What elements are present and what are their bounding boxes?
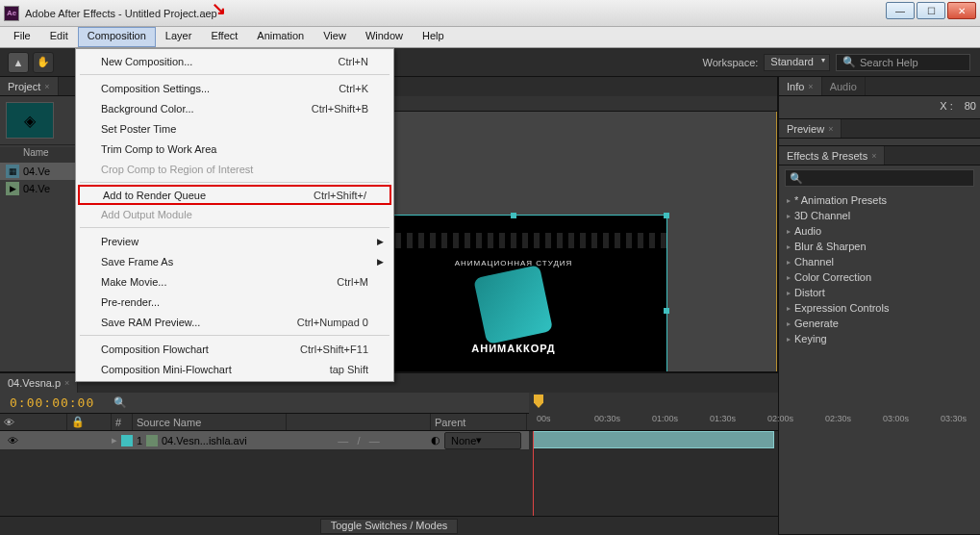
close-icon[interactable]: × bbox=[64, 378, 69, 388]
search-icon[interactable]: 🔍 bbox=[113, 396, 127, 409]
caret-icon: ▸ bbox=[787, 196, 791, 205]
menu-item-label: Save RAM Preview... bbox=[101, 317, 200, 328]
menu-item[interactable]: New Composition...Ctrl+N bbox=[78, 51, 391, 71]
effects-category-label: * Animation Presets bbox=[794, 194, 887, 206]
project-thumbnail[interactable]: ◈ bbox=[6, 102, 54, 139]
effects-category[interactable]: ▸Distort bbox=[779, 285, 980, 300]
menu-window[interactable]: Window bbox=[356, 27, 413, 47]
timeline-track-area[interactable] bbox=[529, 431, 778, 516]
layer-clip[interactable] bbox=[533, 431, 774, 448]
effects-category[interactable]: ▸* Animation Presets bbox=[779, 192, 980, 208]
eye-icon[interactable]: 👁 bbox=[4, 417, 14, 428]
menu-file[interactable]: File bbox=[4, 27, 40, 47]
timeline-timecode[interactable]: 0:00:00:00 bbox=[0, 395, 104, 410]
effects-category[interactable]: ▸Expression Controls bbox=[779, 300, 980, 316]
effects-category-label: Audio bbox=[794, 225, 821, 237]
menu-composition[interactable]: Composition bbox=[78, 27, 156, 47]
workspace-dropdown[interactable]: Standard bbox=[764, 54, 830, 71]
menu-item[interactable]: Composition Mini-Flowcharttap Shift bbox=[78, 359, 391, 379]
effects-category[interactable]: ▸Audio bbox=[779, 223, 980, 239]
project-item-label: 04.Ve bbox=[23, 183, 50, 194]
menu-effect[interactable]: Effect bbox=[201, 27, 247, 47]
workspace-value: Standard bbox=[770, 56, 814, 67]
menu-animation[interactable]: Animation bbox=[247, 27, 314, 47]
maximize-button[interactable]: ☐ bbox=[917, 2, 945, 19]
search-help-input[interactable]: 🔍 Search Help bbox=[836, 54, 970, 71]
close-icon[interactable]: × bbox=[828, 124, 833, 134]
menu-item[interactable]: Preview▶ bbox=[78, 231, 391, 251]
caret-icon: ▸ bbox=[787, 227, 791, 236]
effects-presets-tab[interactable]: Effects & Presets× bbox=[779, 146, 885, 165]
menu-item: Crop Comp to Region of Interest bbox=[78, 159, 391, 179]
close-icon[interactable]: × bbox=[44, 82, 49, 91]
info-tab[interactable]: Info× bbox=[779, 77, 822, 95]
menu-item[interactable]: Make Movie...Ctrl+M bbox=[78, 271, 391, 292]
timeline-panel: 04.Vesna.p× 0:00:00:00 🔍 👁 🔒 # Source Na… bbox=[0, 371, 778, 535]
effects-category-label: Expression Controls bbox=[794, 302, 889, 314]
audio-tab[interactable]: Audio bbox=[822, 77, 866, 95]
menu-item[interactable]: Background Color...Ctrl+Shift+B bbox=[78, 98, 391, 118]
project-name-header: Name bbox=[23, 147, 49, 163]
layer-name: 04.Vesn...ishla.avi bbox=[162, 435, 247, 446]
menu-item-label: Add Output Module bbox=[101, 209, 192, 220]
effects-category[interactable]: ▸Keying bbox=[779, 331, 980, 346]
close-button[interactable]: ✕ bbox=[947, 2, 976, 19]
minimize-button[interactable]: — bbox=[886, 2, 915, 19]
menu-item[interactable]: Pre-render... bbox=[78, 292, 391, 312]
caret-icon: ▸ bbox=[787, 289, 791, 297]
close-icon[interactable]: × bbox=[808, 82, 813, 91]
menu-shortcut: tap Shift bbox=[330, 364, 368, 375]
menu-item-label: Background Color... bbox=[101, 103, 194, 115]
current-time-indicator bbox=[533, 431, 534, 516]
col-parent-header: Parent bbox=[435, 417, 465, 428]
menu-item[interactable]: Composition FlowchartCtrl+Shift+F11 bbox=[78, 339, 391, 359]
menu-item[interactable]: Save Frame As▶ bbox=[78, 251, 391, 271]
menu-layer[interactable]: Layer bbox=[156, 27, 202, 47]
selection-tool-button[interactable]: ▲ bbox=[8, 52, 29, 73]
hand-tool-button[interactable]: ✋ bbox=[33, 52, 54, 73]
effects-category[interactable]: ▸Generate bbox=[779, 316, 980, 331]
project-item-label: 04.Ve bbox=[23, 166, 50, 177]
effects-category[interactable]: ▸3D Channel bbox=[779, 208, 980, 223]
studio-subtitle: АНИМАЦИОННАЯ СТУДИЯ bbox=[455, 258, 573, 267]
menu-shortcut: Ctrl+N bbox=[339, 56, 368, 67]
menu-item-label: Save Frame As bbox=[101, 256, 173, 268]
app-icon: Ae bbox=[4, 6, 19, 21]
eye-icon[interactable]: 👁 bbox=[8, 435, 18, 446]
transform-handle[interactable] bbox=[511, 213, 516, 218]
right-column: Info× Audio X : 80 Preview× Effects & Pr… bbox=[778, 77, 980, 535]
audio-tab-label: Audio bbox=[830, 81, 857, 92]
close-icon[interactable]: × bbox=[871, 151, 876, 161]
lock-icon[interactable]: 🔒 bbox=[71, 416, 85, 428]
video-icon bbox=[146, 435, 158, 446]
effects-category-label: Distort bbox=[794, 287, 825, 298]
effects-tab-label: Effects & Presets bbox=[787, 150, 867, 162]
effects-category[interactable]: ▸Color Correction bbox=[779, 269, 980, 285]
menu-item[interactable]: Composition Settings...Ctrl+K bbox=[78, 78, 391, 98]
effects-category-label: Color Correction bbox=[794, 271, 871, 283]
menu-item-label: Preview bbox=[101, 236, 138, 247]
transform-handle[interactable] bbox=[664, 308, 669, 314]
effects-category-label: Generate bbox=[794, 318, 839, 329]
parent-dropdown[interactable]: None ▾ bbox=[444, 432, 521, 449]
toggle-switches-button[interactable]: Toggle Switches / Modes bbox=[320, 519, 459, 534]
menu-edit[interactable]: Edit bbox=[40, 27, 78, 47]
menu-help[interactable]: Help bbox=[413, 27, 454, 47]
menu-item[interactable]: Set Poster Time bbox=[78, 118, 391, 139]
timeline-tab[interactable]: 04.Vesna.p× bbox=[0, 373, 78, 393]
studio-logo-icon bbox=[473, 265, 553, 344]
project-tab[interactable]: Project× bbox=[0, 77, 59, 95]
info-tab-label: Info bbox=[787, 81, 804, 92]
menu-item[interactable]: Add to Render QueueCtrl+Shift+/ bbox=[78, 185, 391, 205]
effects-category[interactable]: ▸Blur & Sharpen bbox=[779, 239, 980, 254]
menu-view[interactable]: View bbox=[314, 27, 356, 47]
effects-search-input[interactable]: 🔍 bbox=[785, 169, 974, 187]
transform-handle[interactable] bbox=[664, 213, 669, 218]
caret-icon: ▸ bbox=[787, 242, 791, 251]
effects-category[interactable]: ▸Channel bbox=[779, 254, 980, 269]
effects-category-label: Keying bbox=[794, 333, 827, 344]
time-ruler[interactable]: 00s00:30s01:00s01:30s02:00s02:30s03:00s0… bbox=[529, 393, 778, 431]
menu-item[interactable]: Trim Comp to Work Area bbox=[78, 139, 391, 159]
preview-tab[interactable]: Preview× bbox=[779, 119, 842, 138]
menu-item[interactable]: Save RAM Preview...Ctrl+Numpad 0 bbox=[78, 312, 391, 332]
